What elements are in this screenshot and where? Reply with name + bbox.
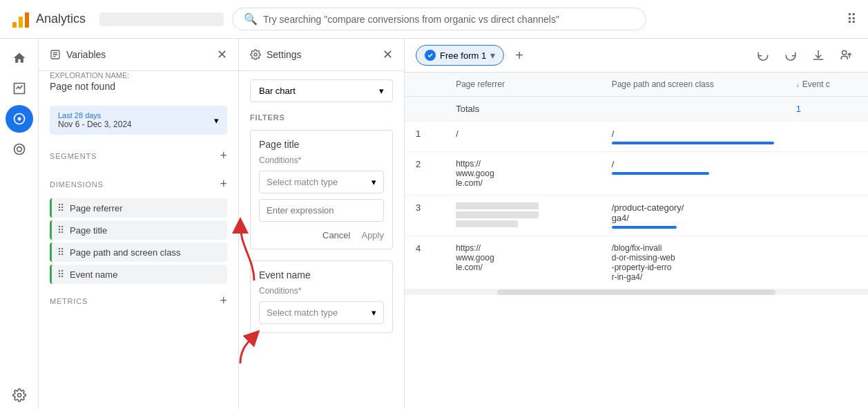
event-col: Event c bbox=[802, 79, 830, 89]
logo: Analytics bbox=[11, 10, 91, 29]
svg-point-7 bbox=[17, 147, 21, 152]
main-content: Free form 1 ▾ + bbox=[405, 39, 868, 409]
account-selector[interactable] bbox=[99, 12, 224, 26]
cell-path: /product-category/ga4/ bbox=[601, 196, 785, 236]
add-tab-button[interactable]: + bbox=[510, 46, 529, 65]
undo-icon bbox=[757, 49, 769, 61]
filter1-actions: Cancel Apply bbox=[259, 227, 384, 240]
cell-path: / bbox=[601, 152, 785, 196]
search-bar[interactable]: 🔍 Try searching "compare conversions fro… bbox=[232, 8, 646, 30]
date-range-button[interactable]: Last 28 days Nov 6 - Dec 3, 2024 ▾ bbox=[50, 106, 227, 135]
filter1-match-chevron: ▾ bbox=[372, 177, 376, 187]
settings-close-button[interactable]: ✕ bbox=[383, 47, 393, 62]
undo-button[interactable] bbox=[752, 44, 774, 66]
search-placeholder: Try searching "compare conversions from … bbox=[263, 14, 559, 25]
filter1-match-select[interactable]: Select match type ▾ bbox=[259, 171, 384, 193]
col-header-page-path[interactable]: Page path and screen class bbox=[601, 73, 785, 97]
search-icon: 🔍 bbox=[244, 12, 258, 26]
nav-settings[interactable] bbox=[6, 381, 33, 409]
horizontal-scrollbar[interactable] bbox=[405, 289, 868, 295]
home-icon bbox=[12, 51, 26, 65]
col-header-empty bbox=[405, 73, 445, 97]
totals-empty bbox=[405, 97, 445, 122]
tab-free-form-1[interactable]: Free form 1 ▾ bbox=[416, 45, 504, 66]
filter1-title: Page title bbox=[259, 139, 384, 150]
dimension-item-page-path[interactable]: ⠿ Page path and screen class bbox=[50, 242, 227, 262]
row-number: 3 bbox=[405, 196, 445, 236]
redo-icon bbox=[784, 49, 797, 61]
scrollbar-thumb[interactable] bbox=[497, 289, 775, 295]
reports-icon bbox=[12, 82, 26, 95]
svg-point-5 bbox=[17, 117, 21, 121]
col-label: Page referrer bbox=[456, 79, 505, 89]
filter1-cancel-button[interactable]: Cancel bbox=[322, 230, 350, 240]
settings-cog-icon bbox=[250, 49, 261, 60]
nav-home[interactable] bbox=[6, 44, 33, 72]
variables-close-button[interactable]: ✕ bbox=[217, 47, 227, 62]
download-button[interactable] bbox=[807, 44, 829, 66]
tab-chevron-icon: ▾ bbox=[490, 50, 495, 61]
date-range-value: Nov 6 - Dec 3, 2024 bbox=[58, 120, 132, 129]
nav-reports[interactable] bbox=[6, 75, 33, 102]
totals-value: 1 bbox=[785, 97, 868, 122]
cell-path: /blog/fix-invalid-or-missing-web-propert… bbox=[601, 236, 785, 289]
dimension-label: Page path and screen class bbox=[70, 247, 180, 258]
dimension-item-page-title[interactable]: ⠿ Page title bbox=[50, 220, 227, 240]
advertising-icon bbox=[12, 142, 26, 156]
filter1-conditions-label: Conditions* bbox=[259, 155, 384, 165]
filter2-match-select[interactable]: Select match type ▾ bbox=[259, 301, 384, 324]
row-number: 1 bbox=[405, 122, 445, 152]
dimension-item-page-referrer[interactable]: ⠿ Page referrer bbox=[50, 198, 227, 218]
filter1-expression-input[interactable] bbox=[259, 199, 384, 222]
drag-icon: ⠿ bbox=[57, 225, 64, 236]
chart-type-label: Bar chart bbox=[259, 86, 296, 96]
redo-button[interactable] bbox=[780, 44, 802, 66]
variables-title-text: Variables bbox=[66, 49, 106, 60]
table-totals-row: Totals 1 bbox=[405, 97, 868, 122]
sort-arrow: ↓ bbox=[796, 81, 800, 88]
filters-label: FILTERS bbox=[250, 113, 393, 122]
variables-panel: Variables ✕ EXPLORATION NAME: Page not f… bbox=[39, 39, 239, 409]
cell-referrer-blurred bbox=[445, 196, 600, 236]
segments-section-header: SEGMENTS + bbox=[39, 143, 238, 169]
add-dimension-button[interactable]: + bbox=[220, 177, 227, 191]
col-header-event-count[interactable]: ↓ Event c bbox=[785, 73, 868, 97]
settings-icon bbox=[12, 388, 26, 402]
drag-icon: ⠿ bbox=[57, 247, 64, 258]
cell-event-count bbox=[785, 122, 868, 152]
cell-event-count bbox=[785, 236, 868, 289]
chart-type-select[interactable]: Bar chart ▾ bbox=[250, 79, 393, 102]
col-header-page-referrer[interactable]: Page referrer bbox=[445, 73, 600, 97]
filter2-conditions-label: Conditions* bbox=[259, 286, 384, 296]
dimensions-section-header: DIMENSIONS + bbox=[39, 171, 238, 197]
checkmark-icon bbox=[427, 52, 434, 59]
segments-label: SEGMENTS bbox=[50, 152, 97, 160]
dimensions-label: DIMENSIONS bbox=[50, 180, 104, 189]
cell-path: / bbox=[601, 122, 785, 152]
dimension-item-event-name[interactable]: ⠿ Event name bbox=[50, 265, 227, 284]
filter1-apply-button[interactable]: Apply bbox=[361, 230, 384, 240]
chart-type-chevron: ▾ bbox=[379, 86, 384, 96]
nav-explore[interactable] bbox=[6, 105, 33, 133]
cell-referrer: / bbox=[445, 122, 600, 152]
metrics-section-header: METRICS + bbox=[39, 288, 238, 314]
variables-panel-header: Variables ✕ bbox=[39, 39, 238, 71]
add-metric-button[interactable]: + bbox=[220, 294, 227, 308]
main-layout: Variables ✕ EXPLORATION NAME: Page not f… bbox=[0, 39, 868, 409]
exploration-name-label: EXPLORATION NAME: bbox=[39, 71, 238, 81]
dimension-label: Event name bbox=[70, 269, 117, 280]
topbar: Analytics 🔍 Try searching "compare conve… bbox=[0, 0, 868, 39]
tabs-right-actions bbox=[752, 44, 857, 66]
left-nav bbox=[0, 39, 39, 409]
data-area: Page referrer Page path and screen class… bbox=[405, 73, 868, 409]
share-button[interactable] bbox=[835, 44, 857, 66]
add-segment-button[interactable]: + bbox=[220, 149, 227, 163]
grid-icon[interactable]: ⠿ bbox=[847, 11, 857, 28]
settings-title: Settings bbox=[250, 49, 302, 60]
row-number: 4 bbox=[405, 236, 445, 289]
settings-panel: Settings ✕ Bar chart ▾ FILTERS Page titl… bbox=[239, 39, 405, 409]
exploration-name-value: Page not found bbox=[39, 81, 238, 100]
nav-advertising[interactable] bbox=[6, 135, 33, 163]
variables-icon bbox=[50, 49, 61, 60]
data-table: Page referrer Page path and screen class… bbox=[405, 73, 868, 289]
